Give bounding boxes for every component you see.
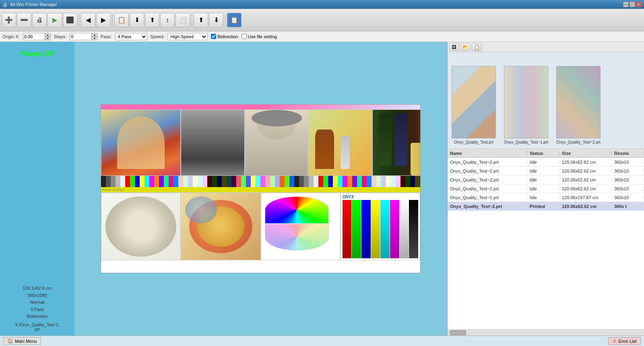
maximize-button[interactable]: □	[630, 2, 635, 7]
down-button[interactable]: ⬇	[130, 13, 144, 27]
chart-row: ONYX	[101, 193, 420, 260]
origin-x-down[interactable]: ▼	[45, 37, 51, 40]
play-button[interactable]: ▶	[47, 13, 62, 27]
main-menu-button[interactable]: 🏠 Main Menu	[3, 337, 41, 345]
origin-x-label: Origin X:	[2, 34, 20, 39]
qr-name: Onyx_Quality_Test~2.prt	[448, 177, 527, 182]
left-panel: Power Off 120.1x62.6 cm 360x1080 Normal …	[0, 42, 74, 336]
thumb-label-3: Onyx_Quality_Test~2.prt	[556, 140, 601, 144]
up-button[interactable]: ⬆	[145, 13, 159, 27]
qr-size: 120.06x62.62 cm	[559, 204, 612, 209]
view-thumbnail-button[interactable]: 🖼	[449, 43, 459, 51]
resolution-info: 360x1080	[23, 292, 52, 299]
scrollbar-thumb[interactable]	[450, 330, 466, 335]
add-button[interactable]: ➕	[2, 13, 16, 27]
use-file-setting-checkbox[interactable]	[242, 34, 247, 39]
queue-row[interactable]: Onyx_Quality_Test~1.prt Idle 120.06x197.…	[448, 193, 644, 202]
pass-select[interactable]: 4 Pass 1 Pass 2 Pass 3 Pass 6 Pass 8 Pas…	[115, 33, 147, 40]
origin-x-input[interactable]	[23, 33, 45, 40]
title-left: 🖨 All-Win Printer Manager	[2, 2, 57, 8]
file-path: X:\Onyx_Quality_Test~2. prt	[15, 323, 59, 332]
updown-button[interactable]: ↕	[160, 13, 175, 27]
qr-size: 120.06x62.62 cm	[559, 177, 612, 182]
qr-size: 120.06x62.62 cm	[559, 160, 612, 165]
qr-status: Idle	[527, 186, 559, 191]
thumb-img-1	[452, 66, 496, 138]
color-strip	[101, 176, 420, 187]
flowers-cell	[181, 193, 260, 260]
forward-button[interactable]: ▶	[96, 13, 111, 27]
print-preview: Printer settings:	[101, 104, 421, 273]
thumb-img-3	[556, 66, 601, 138]
thumb-label-1: Onyx_Quality_Test.prt	[454, 140, 493, 144]
qr-size: 120.06x197.87 cm	[559, 195, 612, 200]
thumb-item-3[interactable]: Onyx_Quality_Test~2.prt	[556, 66, 601, 144]
separator-4	[225, 14, 225, 27]
qr-name: Onyx_Quality_Test~2.prt	[448, 186, 527, 191]
options-bar: Origin X: ▲ ▼ Steps: ▲ ▼ Pass: 4 Pass 1 …	[0, 31, 644, 42]
onyx-label: ONYX	[343, 195, 354, 199]
app-icon: 🖨	[2, 2, 8, 8]
direction-info: Bidirection	[23, 313, 52, 320]
steps-label: Steps:	[54, 34, 66, 39]
list-button[interactable]: 📋	[227, 13, 242, 27]
preview-cell-2	[181, 109, 245, 176]
power-off-label: Power Off	[20, 50, 54, 58]
doc-button[interactable]: 📋	[114, 13, 129, 27]
yellow-bar-text: Printer settings:	[103, 188, 125, 192]
bot-button[interactable]: ⬇	[209, 13, 223, 27]
origin-x-up[interactable]: ▲	[45, 33, 51, 37]
right-panel: 🖼 📂 📋 Onyx_Quality_Test.prt Onyx_Quality…	[447, 42, 644, 336]
preview-top-bar	[101, 105, 420, 109]
qr-res: 360x t	[612, 204, 644, 209]
use-file-setting-checkbox-label[interactable]: Use file setting	[242, 34, 277, 39]
queue-row[interactable]: Onyx_Quality_Test~2.prt Idle 120.06x62.6…	[448, 167, 644, 175]
toolbar: ➕ ➖ 🖨 ▶ ⬛ ◀ ▶ 📋 ⬇ ⬆ ↕ ⬜ ⬆ ⬇ 📋	[0, 9, 644, 31]
queue-row[interactable]: Onyx_Quality_Test~2.prt Idle 120.06x62.6…	[448, 175, 644, 184]
queue-row[interactable]: Onyx_Quality_Test~2.prt Idle 120.06x62.6…	[448, 184, 644, 193]
queue-row[interactable]: Onyx_Quality_Test~2.prt Printed 120.06x6…	[448, 202, 644, 211]
qr-size: 120.06x62.62 cm	[559, 169, 612, 173]
bidirection-checkbox[interactable]	[211, 34, 216, 39]
main-area: Power Off 120.1x62.6 cm 360x1080 Normal …	[0, 42, 644, 336]
minimize-button[interactable]: —	[623, 2, 629, 7]
stop-button[interactable]: ⬛	[63, 13, 77, 27]
view-folder-button[interactable]: 📂	[460, 43, 470, 51]
app-title: All-Win Printer Manager	[10, 2, 57, 7]
steps-input[interactable]	[70, 33, 92, 40]
separator-2	[112, 14, 113, 27]
bidirection-checkbox-label[interactable]: Bidirection	[211, 34, 238, 39]
qr-res: 360x10	[612, 186, 644, 191]
steps-spinner: ▲ ▼	[92, 33, 97, 40]
remove-button[interactable]: ➖	[17, 13, 31, 27]
top-button[interactable]: ⬆	[194, 13, 208, 27]
print-button[interactable]: 🖨	[32, 13, 47, 27]
qr-status: Printed	[527, 204, 559, 209]
thumb-item-2[interactable]: Onyx_Quality_Test~1.prt	[504, 66, 548, 144]
separator-1	[79, 14, 79, 27]
square-button[interactable]: ⬜	[175, 13, 190, 27]
window-controls: — □ ✕	[623, 2, 642, 7]
yellow-bar: Printer settings:	[101, 187, 420, 193]
thumbnail-section: Onyx_Quality_Test.prt Onyx_Quality_Test~…	[448, 52, 644, 149]
queue-row[interactable]: Onyx_Quality_Test~2.prt Idle 120.06x62.6…	[448, 158, 644, 167]
error-list-button[interactable]: ⚠ Error List	[608, 337, 641, 345]
size-info: 120.1x62.6 cm	[23, 285, 52, 292]
qr-status: Idle	[527, 177, 559, 182]
snail-cell	[101, 193, 181, 260]
close-button[interactable]: ✕	[636, 2, 642, 7]
test-pattern-cell: ONYX	[341, 193, 420, 260]
origin-x-spinner: ▲ ▼	[45, 33, 51, 40]
use-file-setting-label: Use file setting	[248, 34, 277, 39]
title-bar: 🖨 All-Win Printer Manager — □ ✕	[0, 0, 644, 9]
queue-scrollbar[interactable]	[448, 329, 644, 336]
view-list-button[interactable]: 📋	[472, 43, 481, 51]
qr-res: 360x10	[612, 160, 644, 165]
speed-select[interactable]: High Speed Low Speed Medium Speed Max Sp…	[167, 33, 208, 40]
thumb-item-1[interactable]: Onyx_Quality_Test.prt	[452, 66, 496, 144]
qr-size: 120.06x62.62 cm	[559, 186, 612, 191]
qr-res: 360x10	[612, 195, 644, 200]
steps-down[interactable]: ▼	[92, 37, 97, 40]
back-button[interactable]: ◀	[81, 13, 95, 27]
steps-up[interactable]: ▲	[92, 33, 97, 37]
